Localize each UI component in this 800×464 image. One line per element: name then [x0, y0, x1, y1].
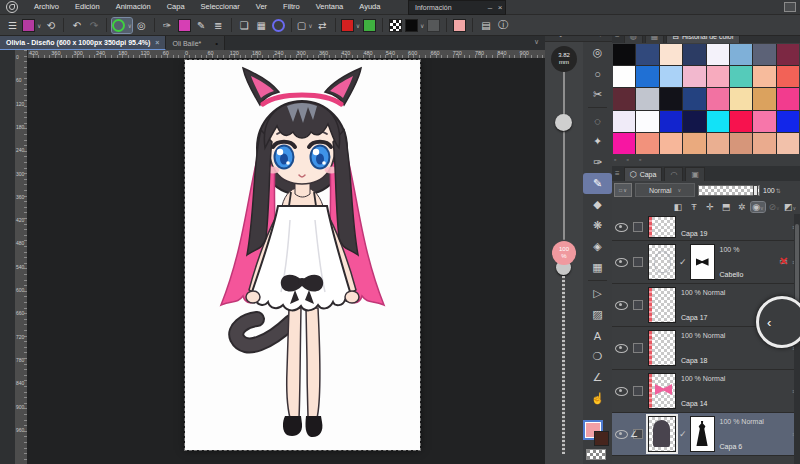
ruler-tool-icon[interactable]: ▷ — [583, 283, 612, 304]
tab-capa[interactable]: ⬡ Capa — [624, 167, 663, 181]
history-swatch-30[interactable] — [730, 111, 752, 132]
history-swatch-17[interactable] — [613, 88, 635, 109]
layer-option-icon-4[interactable]: ⬒ — [719, 202, 733, 212]
layer-thumbnail[interactable] — [648, 373, 676, 409]
history-swatch-4[interactable] — [683, 44, 705, 65]
layer-name[interactable]: Capa 6 — [720, 443, 792, 450]
history-swatch-34[interactable] — [636, 133, 658, 154]
layer-option-icon-1[interactable]: ◧ — [671, 202, 685, 212]
history-swatch-15[interactable] — [753, 66, 775, 87]
pattern-swatch[interactable]: ∨ — [22, 18, 41, 33]
info-icon[interactable]: ⓘ — [495, 18, 510, 33]
magic-wand-icon[interactable]: ✦ — [583, 131, 612, 152]
selection-rect-icon[interactable]: ▢∨ — [297, 18, 313, 33]
layer-visibility-eye-icon[interactable] — [615, 258, 628, 267]
history-swatch-21[interactable] — [707, 88, 729, 109]
history-swatch-33[interactable] — [613, 133, 635, 154]
frame-tool-icon[interactable]: ▦ — [583, 257, 612, 278]
minimize-icon[interactable]: – — [485, 3, 495, 12]
layer-visibility-eye-icon[interactable] — [615, 301, 628, 310]
history-swatch-19[interactable] — [660, 88, 682, 109]
layer-visibility-eye-icon[interactable] — [615, 387, 628, 396]
history-footer-icon[interactable]: ▫ — [639, 156, 641, 165]
history-swatch-10[interactable] — [636, 66, 658, 87]
layer-thumbnail[interactable] — [648, 287, 676, 323]
history-swatch-5[interactable] — [707, 44, 729, 65]
main-menu-icon[interactable]: ☰ — [5, 18, 20, 33]
menu-archivo[interactable]: Archivo — [26, 0, 67, 14]
pink-swatch[interactable] — [452, 18, 467, 33]
layer-mask-thumbnail[interactable] — [690, 244, 715, 280]
layer-checkbox[interactable] — [633, 386, 643, 396]
tab-close-icon[interactable]: × — [155, 39, 159, 46]
history-swatch-6[interactable] — [730, 44, 752, 65]
redo-button[interactable]: ↷ — [86, 18, 101, 33]
layer-option-icon-7[interactable]: ⊘∨ — [767, 202, 781, 212]
layer-option-icon-6[interactable]: ◉∨ — [751, 202, 765, 212]
tab-layer-property[interactable]: ◠ — [664, 167, 683, 181]
history-swatch-20[interactable] — [683, 88, 705, 109]
object-tool-icon[interactable]: ◎ — [583, 42, 612, 63]
tabbar-dropdown-icon[interactable]: ∨ — [534, 36, 545, 50]
layer-option-icon-5[interactable]: ✲ — [735, 202, 749, 212]
layer-row-capa-19[interactable]: Capa 19≡ — [612, 214, 800, 241]
history-swatch-29[interactable] — [707, 111, 729, 132]
history-swatch-13[interactable] — [707, 66, 729, 87]
blend-mode-select[interactable]: Normal∨ — [635, 183, 695, 197]
flip-horizontal-icon[interactable]: ⇄ — [315, 18, 330, 33]
zoom-tool-icon[interactable]: ◎ — [134, 18, 149, 33]
history-swatch-14[interactable] — [730, 66, 752, 87]
info-window-titlebar[interactable]: Información – × — [408, 0, 506, 15]
background-color-swatch[interactable] — [594, 431, 609, 446]
brush-size-knob[interactable] — [555, 114, 572, 131]
transparent-color-swatch[interactable] — [586, 449, 606, 460]
layer-option-icon-3[interactable]: ✛ — [703, 202, 717, 212]
pen-correction-icon[interactable]: ✎ — [194, 18, 209, 33]
history-swatch-36[interactable] — [683, 133, 705, 154]
panel-menu-icon[interactable]: ≡ — [615, 169, 620, 178]
layer-mask-thumbnail[interactable] — [690, 416, 715, 452]
window-icon[interactable] — [784, 2, 796, 12]
mask-link-check-icon[interactable]: ✓ — [679, 257, 687, 267]
panel-collapse-button[interactable]: ‹ — [756, 296, 800, 348]
history-swatch-18[interactable] — [636, 88, 658, 109]
history-swatch-2[interactable] — [636, 44, 658, 65]
layer-checkbox[interactable] — [633, 257, 643, 267]
history-swatch-39[interactable] — [753, 133, 775, 154]
layer-name[interactable]: Capa 14 — [681, 400, 792, 407]
menu-capa[interactable]: Capa — [159, 0, 193, 14]
layer-thumbnail[interactable] — [648, 244, 676, 280]
canvas-document[interactable] — [185, 60, 420, 450]
material-red-swatch[interactable]: ∨ — [341, 18, 360, 33]
history-swatch-40[interactable] — [777, 133, 799, 154]
layer-thumbnail[interactable] — [648, 216, 676, 238]
history-swatch-1[interactable] — [613, 44, 635, 65]
antialias-ring[interactable]: ∨ — [112, 18, 131, 33]
fill-tool-icon[interactable]: ◈ — [583, 236, 612, 257]
layer-option-icon-2[interactable]: Ŧ — [687, 202, 701, 212]
close-icon[interactable]: × — [495, 3, 505, 12]
layer-option-icon-8[interactable]: ◩∨ — [783, 202, 797, 212]
history-swatch-38[interactable] — [730, 133, 752, 154]
brush-swatch[interactable] — [177, 18, 192, 33]
history-swatch-11[interactable] — [660, 66, 682, 87]
blend-preview-dropdown[interactable]: □ ∨ — [614, 183, 632, 197]
texture-green-swatch[interactable] — [362, 18, 377, 33]
lasso-tool-icon[interactable]: ◌ — [583, 110, 612, 131]
history-swatch-32[interactable] — [777, 111, 799, 132]
menu-animación[interactable]: Animación — [108, 0, 159, 14]
document-panel-icon[interactable]: ▤ — [478, 18, 493, 33]
history-swatch-7[interactable] — [753, 44, 775, 65]
snap-ring[interactable] — [271, 18, 286, 33]
menu-ayuda[interactable]: Ayuda — [351, 0, 388, 14]
mask-link-check-icon[interactable]: ✓ — [679, 429, 687, 439]
history-swatch-23[interactable] — [753, 88, 775, 109]
layer-checkbox[interactable] — [633, 300, 643, 310]
history-swatch-27[interactable] — [660, 111, 682, 132]
canvas-area[interactable] — [27, 58, 545, 464]
history-swatch-37[interactable] — [707, 133, 729, 154]
menu-ventana[interactable]: Ventana — [308, 0, 352, 14]
eyedropper-icon[interactable]: ✑ — [160, 18, 175, 33]
eraser-tool-icon[interactable]: ◆ — [583, 194, 612, 215]
layer-row-capa-14[interactable]: 100 % NormalCapa 14≡ — [612, 370, 800, 413]
